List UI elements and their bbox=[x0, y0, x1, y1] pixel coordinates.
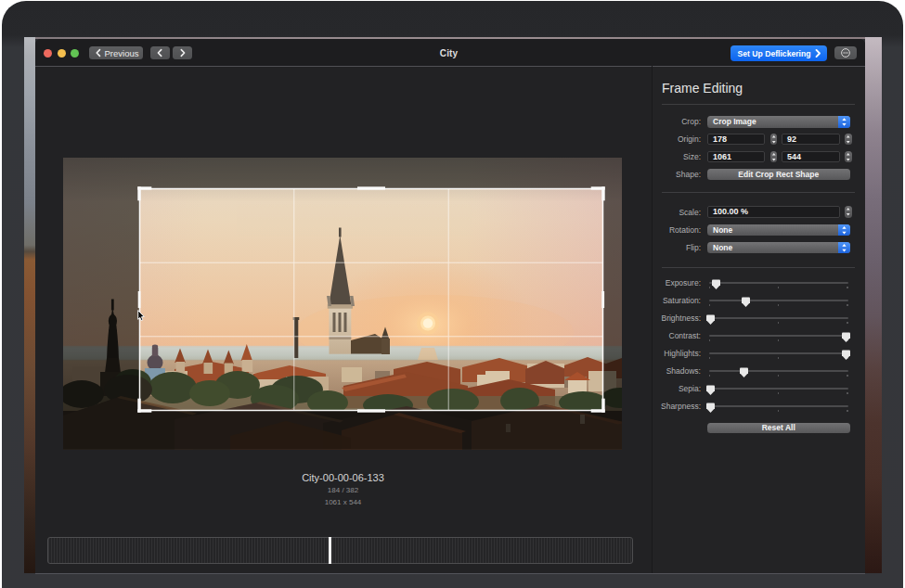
svg-text:Set Up Deflickering: Set Up Deflickering bbox=[738, 47, 811, 58]
svg-text:Previous: Previous bbox=[105, 47, 139, 58]
